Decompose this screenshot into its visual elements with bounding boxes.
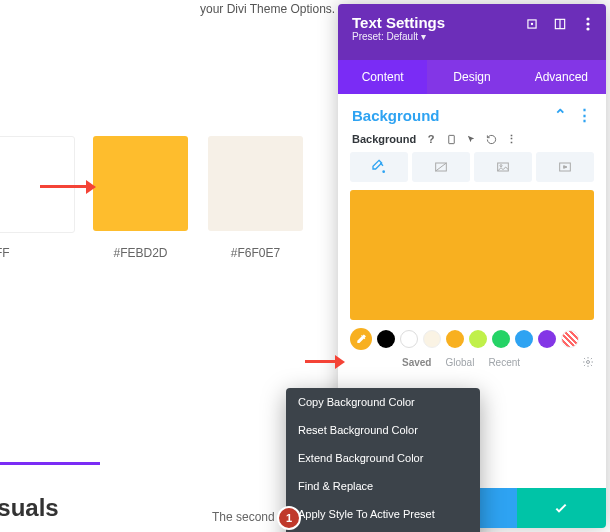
more-icon[interactable]: [580, 16, 596, 32]
bg-type-color[interactable]: [350, 152, 408, 182]
help-icon[interactable]: ?: [424, 132, 438, 146]
palette-tab-global[interactable]: Global: [445, 357, 474, 368]
field-more-icon[interactable]: ⋮: [504, 132, 518, 146]
svg-point-1: [531, 23, 532, 24]
ctx-find-replace[interactable]: Find & Replace: [286, 472, 480, 500]
svg-point-13: [587, 361, 590, 364]
tab-advanced[interactable]: Advanced: [517, 60, 606, 94]
panel-header: Text Settings Preset: Default ▾: [338, 4, 606, 60]
background-color-preview[interactable]: [350, 190, 594, 320]
svg-point-11: [500, 165, 502, 167]
background-type-tabs: [338, 152, 606, 190]
context-menu: Copy Background Color Reset Background C…: [286, 388, 480, 532]
color-palette: [338, 326, 606, 350]
palette-tab-recent[interactable]: Recent: [488, 357, 520, 368]
palette-swatch[interactable]: [423, 330, 441, 348]
bg-type-image[interactable]: [474, 152, 532, 182]
color-swatch-gold: [93, 136, 188, 231]
palette-swatch[interactable]: [377, 330, 395, 348]
ctx-reset-bg-color[interactable]: Reset Background Color: [286, 416, 480, 444]
ctx-extend-bg-color[interactable]: Extend Background Color: [286, 444, 480, 472]
ctx-edit-preset[interactable]: Edit Preset Style: [286, 528, 480, 532]
background-field-label: Background ? ⋮: [338, 128, 606, 152]
snap-icon[interactable]: [552, 16, 568, 32]
palette-swatch[interactable]: [400, 330, 418, 348]
tab-content[interactable]: Content: [338, 60, 427, 94]
tab-design[interactable]: Design: [427, 60, 516, 94]
eyedropper-button[interactable]: [350, 328, 372, 350]
background-section-header[interactable]: Background ⌃ ⋮: [338, 94, 606, 128]
svg-point-8: [382, 170, 385, 173]
swatch-label-cream: #F6F0E7: [208, 246, 303, 260]
palette-tab-saved[interactable]: Saved: [402, 357, 431, 368]
tablet-icon[interactable]: [444, 132, 458, 146]
section-more-icon[interactable]: ⋮: [577, 106, 592, 124]
annotation-badge-1: 1: [277, 506, 301, 530]
footer-save-button[interactable]: [517, 488, 606, 528]
reset-icon[interactable]: [484, 132, 498, 146]
panel-tabs: Content Design Advanced: [338, 60, 606, 94]
palette-group-tabs: Saved Global Recent: [338, 350, 606, 370]
visuals-heading: /isuals: [0, 494, 59, 522]
swatch-label-white: FFFF: [0, 246, 25, 260]
annotation-arrow-icon: [305, 360, 337, 363]
annotation-arrow-icon: [40, 185, 88, 188]
bg-type-video[interactable]: [536, 152, 594, 182]
palette-settings-icon[interactable]: [582, 356, 594, 368]
swatch-label-gold: #FEBD2D: [93, 246, 188, 260]
intro-text: your Divi Theme Options.: [200, 2, 335, 16]
expand-icon[interactable]: [524, 16, 540, 32]
bg-type-gradient[interactable]: [412, 152, 470, 182]
color-swatch-cream: [208, 136, 303, 231]
section-title: Background: [352, 107, 440, 124]
svg-point-5: [586, 22, 589, 25]
svg-rect-7: [448, 135, 454, 143]
palette-swatch-none[interactable]: [561, 330, 579, 348]
ctx-copy-bg-color[interactable]: Copy Background Color: [286, 388, 480, 416]
svg-point-4: [586, 17, 589, 20]
chevron-up-icon[interactable]: ⌃: [554, 106, 567, 124]
section-divider: [0, 462, 100, 465]
palette-swatch[interactable]: [538, 330, 556, 348]
preset-dropdown[interactable]: Preset: Default ▾: [352, 31, 592, 42]
ctx-apply-preset[interactable]: Apply Style To Active Preset: [286, 500, 480, 528]
palette-swatch[interactable]: [492, 330, 510, 348]
svg-point-6: [586, 27, 589, 30]
palette-swatch[interactable]: [469, 330, 487, 348]
palette-swatch[interactable]: [515, 330, 533, 348]
palette-swatch[interactable]: [446, 330, 464, 348]
hover-icon[interactable]: [464, 132, 478, 146]
